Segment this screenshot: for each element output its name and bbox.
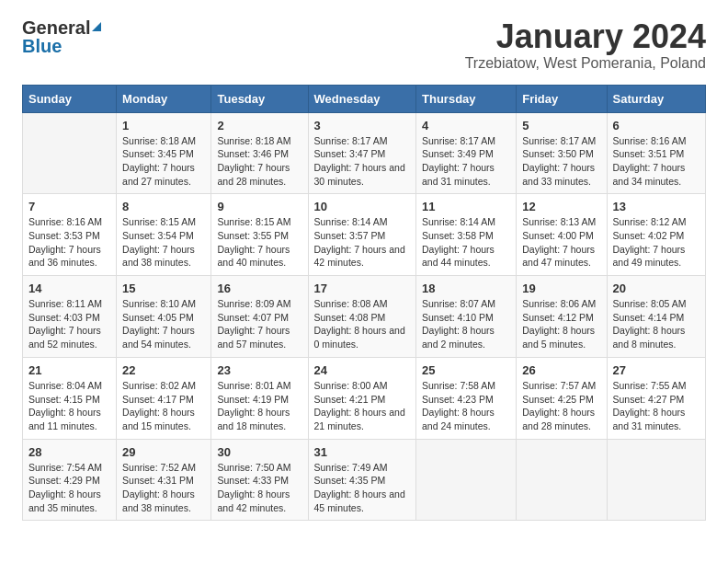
logo-arrow-icon (92, 22, 101, 31)
day-number: 12 (522, 200, 600, 213)
day-info: Sunrise: 7:52 AMSunset: 4:31 PMDaylight:… (122, 461, 205, 515)
day-info: Sunrise: 8:00 AMSunset: 4:21 PMDaylight:… (314, 379, 410, 433)
day-number: 25 (422, 363, 510, 377)
day-number: 30 (217, 445, 301, 459)
day-info: Sunrise: 8:16 AMSunset: 3:51 PMDaylight:… (613, 134, 700, 189)
day-cell-4-4 (416, 439, 517, 521)
day-cell-1-6: 13Sunrise: 8:12 AMSunset: 4:02 PMDayligh… (607, 194, 705, 276)
day-cell-3-4: 25Sunrise: 7:58 AMSunset: 4:23 PMDayligh… (416, 357, 517, 439)
day-info: Sunrise: 8:01 AMSunset: 4:19 PMDaylight:… (217, 379, 301, 433)
logo-general: General (22, 18, 101, 37)
day-cell-3-5: 26Sunrise: 7:57 AMSunset: 4:25 PMDayligh… (517, 357, 607, 439)
week-row-3: 14Sunrise: 8:11 AMSunset: 4:03 PMDayligh… (23, 276, 706, 358)
day-cell-3-0: 21Sunrise: 8:04 AMSunset: 4:15 PMDayligh… (23, 357, 117, 439)
page-header: General Blue January 2024 Trzebiatow, We… (22, 18, 706, 72)
day-cell-2-1: 15Sunrise: 8:10 AMSunset: 4:05 PMDayligh… (117, 276, 211, 358)
day-cell-3-2: 23Sunrise: 8:01 AMSunset: 4:19 PMDayligh… (211, 357, 308, 439)
day-cell-1-1: 8Sunrise: 8:15 AMSunset: 3:54 PMDaylight… (117, 194, 211, 276)
day-info: Sunrise: 8:06 AMSunset: 4:12 PMDaylight:… (522, 297, 600, 351)
day-cell-3-3: 24Sunrise: 8:00 AMSunset: 4:21 PMDayligh… (308, 357, 415, 439)
day-info: Sunrise: 7:50 AMSunset: 4:33 PMDaylight:… (217, 461, 301, 515)
day-cell-1-3: 10Sunrise: 8:14 AMSunset: 3:57 PMDayligh… (308, 194, 415, 276)
day-number: 15 (122, 282, 205, 295)
day-number: 1 (122, 119, 205, 132)
day-cell-1-2: 9Sunrise: 8:15 AMSunset: 3:55 PMDaylight… (211, 194, 308, 276)
day-number: 27 (613, 363, 700, 377)
day-number: 8 (122, 200, 205, 213)
day-cell-4-2: 30Sunrise: 7:50 AMSunset: 4:33 PMDayligh… (211, 439, 308, 521)
day-info: Sunrise: 8:09 AMSunset: 4:07 PMDaylight:… (217, 297, 301, 351)
day-info: Sunrise: 8:15 AMSunset: 3:55 PMDaylight:… (217, 215, 301, 270)
day-number: 31 (314, 445, 410, 459)
day-cell-0-3: 3Sunrise: 8:17 AMSunset: 3:47 PMDaylight… (308, 112, 415, 194)
logo-text: General Blue (22, 18, 101, 55)
day-info: Sunrise: 7:58 AMSunset: 4:23 PMDaylight:… (422, 379, 510, 433)
day-number: 20 (613, 282, 700, 295)
day-info: Sunrise: 8:18 AMSunset: 3:46 PMDaylight:… (217, 134, 301, 189)
day-info: Sunrise: 8:12 AMSunset: 4:02 PMDaylight:… (613, 215, 700, 270)
col-thursday: Thursday (416, 85, 517, 112)
day-cell-0-5: 5Sunrise: 8:17 AMSunset: 3:50 PMDaylight… (517, 112, 607, 194)
day-cell-2-2: 16Sunrise: 8:09 AMSunset: 4:07 PMDayligh… (211, 276, 308, 358)
day-info: Sunrise: 8:05 AMSunset: 4:14 PMDaylight:… (613, 297, 700, 351)
day-number: 26 (522, 363, 600, 377)
day-cell-1-4: 11Sunrise: 8:14 AMSunset: 3:58 PMDayligh… (416, 194, 517, 276)
day-info: Sunrise: 8:08 AMSunset: 4:08 PMDaylight:… (314, 297, 410, 351)
day-cell-2-4: 18Sunrise: 8:07 AMSunset: 4:10 PMDayligh… (416, 276, 517, 358)
day-number: 21 (28, 363, 110, 377)
day-number: 6 (613, 119, 700, 132)
day-info: Sunrise: 7:54 AMSunset: 4:29 PMDaylight:… (28, 461, 110, 515)
logo-blue: Blue (22, 37, 101, 55)
day-cell-2-0: 14Sunrise: 8:11 AMSunset: 4:03 PMDayligh… (23, 276, 117, 358)
day-cell-0-2: 2Sunrise: 8:18 AMSunset: 3:46 PMDaylight… (211, 112, 308, 194)
day-info: Sunrise: 8:02 AMSunset: 4:17 PMDaylight:… (122, 379, 205, 433)
col-tuesday: Tuesday (211, 85, 308, 112)
day-info: Sunrise: 8:13 AMSunset: 4:00 PMDaylight:… (522, 215, 600, 270)
day-info: Sunrise: 8:18 AMSunset: 3:45 PMDaylight:… (122, 134, 205, 189)
day-cell-4-1: 29Sunrise: 7:52 AMSunset: 4:31 PMDayligh… (117, 439, 211, 521)
day-info: Sunrise: 7:55 AMSunset: 4:27 PMDaylight:… (613, 379, 700, 433)
day-cell-4-5 (517, 439, 607, 521)
day-number: 5 (522, 119, 600, 132)
day-number: 7 (28, 200, 110, 213)
col-wednesday: Wednesday (308, 85, 415, 112)
col-sunday: Sunday (23, 85, 117, 112)
week-row-4: 21Sunrise: 8:04 AMSunset: 4:15 PMDayligh… (23, 357, 706, 439)
day-info: Sunrise: 8:11 AMSunset: 4:03 PMDaylight:… (28, 297, 110, 351)
day-info: Sunrise: 8:07 AMSunset: 4:10 PMDaylight:… (422, 297, 510, 351)
day-cell-4-0: 28Sunrise: 7:54 AMSunset: 4:29 PMDayligh… (23, 439, 117, 521)
col-monday: Monday (117, 85, 211, 112)
day-number: 3 (314, 119, 410, 132)
day-info: Sunrise: 8:14 AMSunset: 3:57 PMDaylight:… (314, 215, 410, 270)
day-cell-0-1: 1Sunrise: 8:18 AMSunset: 3:45 PMDaylight… (117, 112, 211, 194)
week-row-2: 7Sunrise: 8:16 AMSunset: 3:53 PMDaylight… (23, 194, 706, 276)
day-cell-0-4: 4Sunrise: 8:17 AMSunset: 3:49 PMDaylight… (416, 112, 517, 194)
day-cell-2-6: 20Sunrise: 8:05 AMSunset: 4:14 PMDayligh… (607, 276, 705, 358)
day-cell-1-0: 7Sunrise: 8:16 AMSunset: 3:53 PMDaylight… (23, 194, 117, 276)
week-row-1: 1Sunrise: 8:18 AMSunset: 3:45 PMDaylight… (23, 112, 706, 194)
day-cell-3-6: 27Sunrise: 7:55 AMSunset: 4:27 PMDayligh… (607, 357, 705, 439)
day-number: 16 (217, 282, 301, 295)
day-number: 19 (522, 282, 600, 295)
day-info: Sunrise: 8:17 AMSunset: 3:50 PMDaylight:… (522, 134, 600, 189)
day-info: Sunrise: 8:14 AMSunset: 3:58 PMDaylight:… (422, 215, 510, 270)
calendar-body: 1Sunrise: 8:18 AMSunset: 3:45 PMDaylight… (23, 112, 706, 521)
month-title: January 2024 (465, 18, 706, 55)
day-number: 9 (217, 200, 301, 213)
day-number: 4 (422, 119, 510, 132)
day-number: 28 (28, 445, 110, 459)
day-number: 17 (314, 282, 410, 295)
col-friday: Friday (517, 85, 607, 112)
day-cell-2-3: 17Sunrise: 8:08 AMSunset: 4:08 PMDayligh… (308, 276, 415, 358)
day-info: Sunrise: 7:49 AMSunset: 4:35 PMDaylight:… (314, 461, 410, 515)
day-info: Sunrise: 8:04 AMSunset: 4:15 PMDaylight:… (28, 379, 110, 433)
day-number: 10 (314, 200, 410, 213)
day-info: Sunrise: 7:57 AMSunset: 4:25 PMDaylight:… (522, 379, 600, 433)
header-row: Sunday Monday Tuesday Wednesday Thursday… (23, 85, 706, 112)
day-cell-0-0 (23, 112, 117, 194)
day-number: 13 (613, 200, 700, 213)
day-number: 2 (217, 119, 301, 132)
day-info: Sunrise: 8:16 AMSunset: 3:53 PMDaylight:… (28, 215, 110, 270)
day-info: Sunrise: 8:17 AMSunset: 3:47 PMDaylight:… (314, 134, 410, 189)
day-cell-0-6: 6Sunrise: 8:16 AMSunset: 3:51 PMDaylight… (607, 112, 705, 194)
